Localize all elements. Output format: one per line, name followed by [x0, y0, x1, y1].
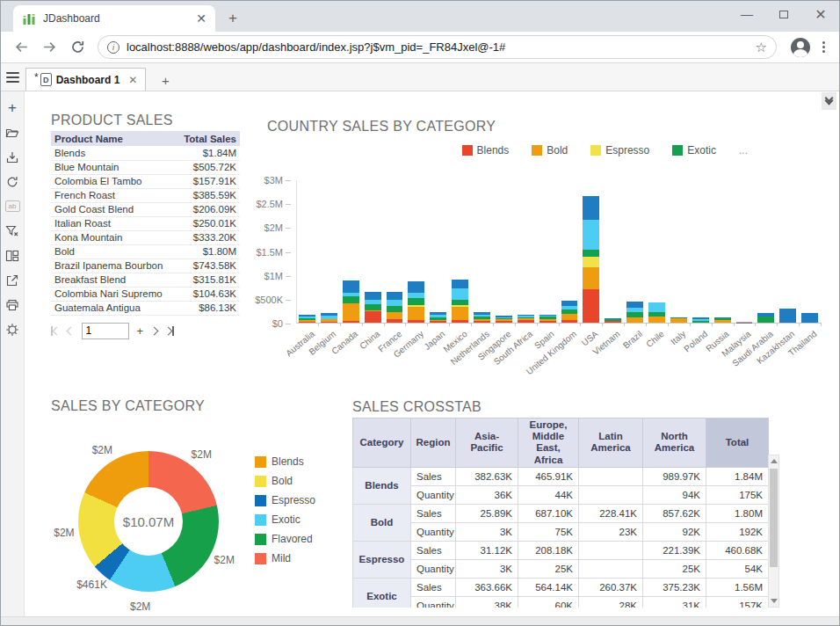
country-bar-germany[interactable] [408, 281, 424, 323]
page-info-icon[interactable]: i [107, 41, 119, 54]
bar-segment-blends[interactable] [408, 320, 424, 323]
url-text[interactable]: localhost:8888/webos/app/dashboard/index… [127, 40, 750, 54]
bar-segment-mild[interactable] [387, 292, 403, 300]
bar-segment-bold[interactable] [408, 307, 424, 320]
country-bar-thailand[interactable] [801, 313, 818, 323]
crosstab-header-emea[interactable]: Europe, Middle East, Africa [518, 419, 579, 468]
total-sales-header[interactable]: Total Sales [176, 131, 240, 146]
country-bar-belgium[interactable] [321, 313, 337, 323]
bar-segment-mild[interactable] [801, 313, 818, 323]
layout-icon[interactable] [5, 248, 20, 263]
country-bar-russia[interactable] [714, 317, 731, 324]
bar-segment-exotic[interactable] [387, 306, 403, 312]
country-bar-singapore[interactable] [496, 316, 512, 323]
crosstab-header-total[interactable]: Total [706, 419, 769, 468]
country-bar-netherlands[interactable] [474, 312, 490, 323]
scroll-up-arrow[interactable] [769, 455, 778, 467]
product-row[interactable]: French Roast$385.59K [51, 188, 240, 202]
bar-segment-mild[interactable] [583, 196, 599, 220]
browser-menu-icon[interactable] [817, 41, 830, 53]
back-button[interactable] [10, 36, 33, 59]
label-tool-icon[interactable]: ab [5, 199, 20, 214]
bar-segment-exotic[interactable] [343, 296, 359, 303]
bar-segment-mild[interactable] [452, 280, 468, 289]
bar-segment-mild[interactable] [365, 292, 381, 300]
legend-item-blends[interactable]: Blends [255, 455, 315, 468]
country-bar-malaysia[interactable] [736, 322, 753, 323]
country-bar-italy[interactable] [670, 317, 687, 323]
country-bar-france[interactable] [387, 292, 403, 323]
crosstab-header-latin-america[interactable]: Latin America [579, 419, 643, 468]
browser-tab[interactable]: JDashboard ✕ [13, 5, 215, 32]
product-row[interactable]: Bold$1.80M [51, 244, 240, 258]
previous-page-button[interactable] [68, 328, 74, 334]
product-row[interactable]: Brazil Ipanema Bourbon$743.58K [51, 258, 240, 273]
bar-segment-exotic[interactable] [757, 317, 774, 323]
bar-segment-blends[interactable] [452, 320, 468, 323]
country-bar-chile[interactable] [648, 302, 665, 323]
bar-segment-blends[interactable] [474, 321, 490, 323]
bar-segment-mild[interactable] [408, 281, 424, 293]
legend-item-espresso[interactable]: Espresso [590, 144, 649, 156]
country-bar-kazakhstan[interactable] [779, 309, 796, 323]
product-row[interactable]: Gold Coast Blend$206.09K [51, 202, 240, 216]
legend-item-flavored[interactable]: Flavored [255, 533, 315, 545]
bar-segment-flavored[interactable] [452, 288, 468, 299]
legend-item-exotic[interactable]: Exotic [672, 144, 716, 156]
country-bar-brazil[interactable] [626, 302, 643, 323]
bar-segment-espresso[interactable] [583, 257, 599, 267]
add-page-button[interactable]: + [137, 324, 144, 338]
bar-segment-bold[interactable] [626, 317, 643, 323]
country-bar-united-kingdom[interactable] [561, 301, 578, 324]
new-dashboard-tab-button[interactable]: + [153, 69, 177, 91]
bar-segment-blends[interactable] [496, 321, 512, 323]
dashboard-tab-close-icon[interactable]: ✕ [128, 74, 137, 86]
country-bar-vietnam[interactable] [605, 318, 621, 323]
first-page-button[interactable] [51, 326, 60, 336]
crosstab-quantity-row[interactable]: Quantity38K60K28K31K157K [353, 596, 769, 608]
profile-avatar[interactable] [791, 38, 810, 57]
legend-item-bold[interactable]: Bold [255, 475, 315, 487]
crosstab-header-category[interactable]: Category [353, 419, 411, 468]
next-page-button[interactable] [151, 328, 157, 334]
bar-segment-blends[interactable] [583, 289, 599, 323]
import-icon[interactable] [5, 149, 20, 164]
product-row[interactable]: Colombia Nari Supremo$104.63K [51, 287, 240, 301]
crosstab-scrollbar[interactable] [768, 455, 779, 608]
bar-segment-blends[interactable] [539, 321, 556, 323]
crosstab-quantity-row[interactable]: Quantity36K44K94K175K [353, 485, 769, 504]
dashboard-tab[interactable]: * D Dashboard 1 ✕ [25, 68, 146, 91]
country-bar-australia[interactable] [299, 315, 315, 323]
country-bar-saudi-arabia[interactable] [757, 313, 774, 323]
crosstab-sales-row[interactable]: BoldSales25.89K687.10K228.41K857.62K1.80… [353, 504, 769, 522]
crosstab-sales-row[interactable]: EspressoSales31.12K208.18K221.39K460.68K [353, 541, 769, 559]
browser-tab-close-icon[interactable]: ✕ [196, 12, 206, 25]
bar-segment-mild[interactable] [343, 280, 359, 293]
product-row[interactable]: Breakfast Blend$315.81K [51, 273, 240, 287]
bar-segment-blends[interactable] [299, 322, 315, 323]
bookmark-star-icon[interactable]: ☆ [756, 40, 767, 55]
scroll-down-arrow[interactable] [769, 595, 778, 607]
forward-button[interactable] [38, 36, 61, 59]
product-row[interactable]: Colombia El Tambo$157.91K [51, 174, 240, 188]
print-icon[interactable] [5, 297, 20, 312]
bar-segment-mild[interactable] [779, 309, 796, 323]
bar-segment-blends[interactable] [561, 320, 578, 323]
crosstab-quantity-row[interactable]: Quantity3K25K25K54K [353, 559, 769, 578]
settings-gear-icon[interactable] [5, 322, 20, 337]
bar-segment-mild[interactable] [626, 302, 643, 309]
bar-segment-flavored[interactable] [583, 220, 599, 250]
country-bar-canada[interactable] [343, 280, 359, 323]
bar-segment-exotic[interactable] [408, 298, 424, 305]
bar-segment-blends[interactable] [518, 320, 534, 323]
bar-segment-bold[interactable] [670, 318, 687, 323]
reload-button[interactable] [66, 36, 89, 59]
bar-segment-blends[interactable] [321, 322, 337, 323]
legend-item-exotic[interactable]: Exotic [255, 513, 315, 526]
browser-new-tab-button[interactable]: + [221, 6, 245, 31]
bar-segment-flavored[interactable] [387, 300, 403, 306]
address-bar[interactable]: i localhost:8888/webos/app/dashboard/ind… [98, 35, 777, 59]
bar-segment-blends[interactable] [387, 319, 403, 323]
page-number-input[interactable] [82, 323, 129, 339]
dashboard-list-menu-icon[interactable] [1, 72, 24, 91]
